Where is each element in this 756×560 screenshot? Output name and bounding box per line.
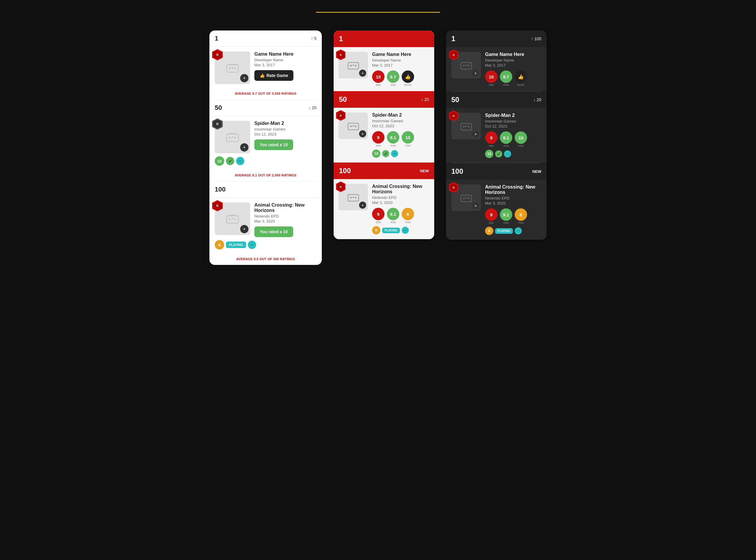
svg-point-44 <box>350 197 351 198</box>
score-num-badge-red-2: 10 <box>372 149 380 158</box>
score-ign-dark-3: 9 IGN <box>485 208 498 224</box>
add-button-3[interactable]: + <box>240 225 249 233</box>
game-developer-2: Insomniac Games <box>254 127 316 132</box>
add-button-red-2[interactable]: + <box>359 130 366 137</box>
you-label-d3: YOU <box>518 221 524 224</box>
svg-text:R: R <box>216 204 218 207</box>
game-title-2: Spider-Man 2 <box>254 121 316 126</box>
svg-rect-23 <box>232 218 233 220</box>
ign-label-d3: IGN <box>489 221 493 224</box>
rank-header-1-red: 1 <box>334 31 434 47</box>
svg-point-36 <box>350 125 351 127</box>
svg-point-52 <box>463 65 464 66</box>
add-button-dark-1[interactable]: + <box>472 69 479 77</box>
add-button-dark-2[interactable]: + <box>472 131 479 138</box>
top-divider <box>316 12 440 13</box>
add-button-2[interactable]: + <box>240 143 249 152</box>
score-you-red-2: 10 YOU <box>402 131 414 147</box>
ign-label-2: IGN <box>376 144 381 147</box>
dots-btn-red-2[interactable]: ··· <box>391 150 398 157</box>
you-dark-2: 10 <box>514 132 527 144</box>
dots-btn-dark-3[interactable]: ··· <box>514 227 522 235</box>
rank-hex-badge-red-3: R <box>335 181 346 194</box>
score-row-dark-3: 9 IGN 9.1 AVG 6 YOU <box>485 208 541 224</box>
svg-rect-15 <box>232 137 233 138</box>
game-developer-red-3: Nintendo EPD <box>372 195 429 200</box>
ign-score-circle: 10 <box>372 71 384 83</box>
svg-rect-55 <box>466 64 466 66</box>
score-avg-dark-2: 9.1 AVG <box>500 132 512 147</box>
game-card-1-red: R + <box>334 47 434 91</box>
rated-button-2[interactable]: You rated a 10 <box>254 139 293 150</box>
section-2-red: 50 ↓ 20 R <box>334 91 434 162</box>
dots-btn-2[interactable]: ··· <box>236 157 244 165</box>
game-info-dark-2: Spider-Man 2 Insomniac Games Oct 12, 202… <box>485 113 541 158</box>
ign-score-3: 9 <box>372 208 384 220</box>
game-info-2: Spider-Man 2 Insomniac Games Oct 12, 202… <box>254 121 316 150</box>
svg-point-13 <box>234 137 236 139</box>
rank-hex-badge-red-1: R <box>335 49 346 62</box>
rate-thumb-dark-1[interactable]: 👍 <box>514 71 527 83</box>
score-ign-red-3: 9 IGN <box>372 208 384 224</box>
status-row-2: 10 ✓ ··· <box>215 156 316 166</box>
rank-header-2-light: 50 ↓ 20 <box>209 100 322 116</box>
rank-change-1: ↑ 5 <box>311 36 316 41</box>
rank-header-1-dark: 1 ↑ 100 <box>446 31 547 47</box>
avg-label-d3: AVG <box>503 221 509 224</box>
game-date-3: Mar 3, 2020 <box>254 219 316 223</box>
add-button-red-1[interactable]: + <box>359 69 366 77</box>
game-info-red-3: Animal Crossing: New Horizons Nintendo E… <box>372 184 429 235</box>
svg-text:R: R <box>340 114 342 117</box>
avg-dark-1: 9.7 <box>500 71 512 83</box>
avg-dark-2: 9.1 <box>500 132 512 144</box>
rank-hex-badge-3: R <box>212 200 223 213</box>
score-row-red-1: 10 IGN 9.7 AVG 👍 RATE <box>372 71 429 86</box>
dots-btn-dark-2[interactable]: ··· <box>504 151 511 158</box>
rank-change-red-2: ↓ 20 <box>421 97 429 102</box>
add-button-red-3[interactable]: + <box>359 202 366 209</box>
svg-text:R: R <box>453 186 455 189</box>
rank-hex-badge-dark-2: R <box>448 110 459 123</box>
svg-text:R: R <box>340 185 342 188</box>
rank-num-dark-3: 100 <box>451 167 463 176</box>
you-score-3: 6 <box>402 208 414 220</box>
add-button-1[interactable]: + <box>240 74 249 82</box>
svg-point-68 <box>463 197 464 199</box>
avg-label: AVG <box>391 83 396 86</box>
rated-button-3[interactable]: You rated a 10 <box>254 226 293 237</box>
avg-score-3: 9.1 <box>387 208 399 220</box>
score-rate-dark-1[interactable]: 👍 RATE <box>514 71 527 86</box>
score-row-dark-2: 9 IGN 9.1 AVG 10 YOU <box>485 132 541 147</box>
add-button-dark-3[interactable]: + <box>472 202 479 209</box>
rate-label-d1: RATE <box>517 83 524 86</box>
game-title-red-2: Spider-Man 2 <box>372 113 429 118</box>
playing-badge-3: PLAYING <box>226 241 246 248</box>
rank-number-3: 100 <box>215 185 226 193</box>
score-rate-red-1[interactable]: 👍 RATE <box>402 71 414 86</box>
rate-thumb-icon[interactable]: 👍 <box>402 71 414 83</box>
score-avg-red-2: 9.1 AVG <box>387 131 399 147</box>
dots-btn-red-3[interactable]: ··· <box>402 227 409 234</box>
game-card-1-light: R <box>209 47 322 89</box>
column-dark: 1 ↑ 100 R <box>446 31 547 240</box>
score-you-dark-3: 6 YOU <box>514 208 527 224</box>
svg-text:R: R <box>216 53 218 57</box>
game-card-2-red: R + <box>334 108 434 162</box>
rank-change-2: ↓ 20 <box>309 105 316 110</box>
rank-header-3-dark: 100 NEW <box>446 163 547 180</box>
rank-change-dark-2: ↓ 20 <box>533 97 541 102</box>
status-row-red-2: 10 ✓ ··· <box>372 149 429 158</box>
game-info-dark-1: Game Name Here Developer Name Mar 3, 201… <box>485 52 541 86</box>
dots-btn-3[interactable]: ··· <box>248 241 256 249</box>
svg-rect-7 <box>232 67 233 69</box>
rate-game-button-1[interactable]: 👍 Rate Game <box>254 70 293 81</box>
game-image-container-red-1: R + <box>338 52 368 78</box>
rank-num-red-3: 100 <box>339 167 351 175</box>
game-title-1: Game Name Here <box>254 52 316 57</box>
game-date-1: Mar 3, 2017 <box>254 63 316 67</box>
score-you-dark-2: 10 YOU <box>514 132 527 147</box>
section-3-red: 100 NEW R <box>334 162 434 239</box>
game-card-2-light: R <box>209 116 322 171</box>
ign-label-3: IGN <box>376 221 381 224</box>
check-btn-2: ✓ <box>226 157 234 165</box>
